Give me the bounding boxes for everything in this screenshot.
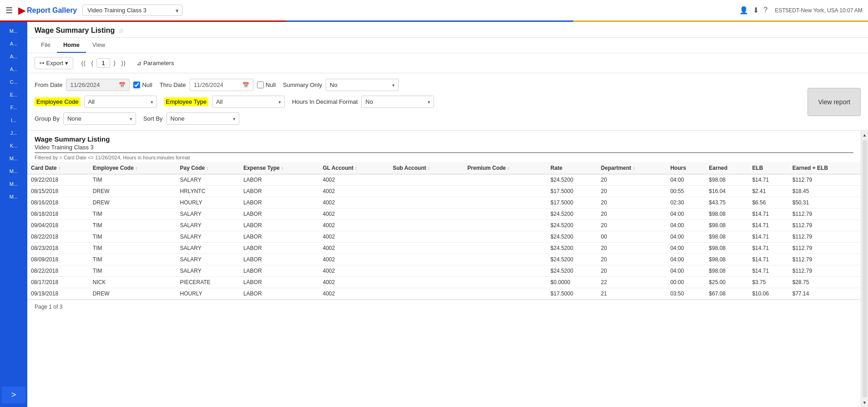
col-employee-code[interactable]: Employee Code ↕	[89, 162, 177, 174]
thru-date-input[interactable]: 11/26/2024 📅	[190, 79, 253, 91]
view-report-button[interactable]: View report	[807, 88, 861, 116]
sort-by-select-wrapper[interactable]: None	[167, 112, 239, 125]
table-cell: 04:00	[666, 265, 705, 277]
col-pay-code[interactable]: Pay Code ↕	[177, 162, 240, 174]
sidebar-item-2[interactable]: A...	[2, 51, 25, 62]
table-cell: $112.79	[789, 220, 861, 231]
download-icon[interactable]: ⬇	[753, 6, 759, 15]
employee-code-select[interactable]: All	[84, 96, 157, 108]
sidebar-item-13[interactable]: M...	[2, 191, 25, 202]
summary-only-select-wrapper[interactable]: No Yes	[326, 79, 399, 91]
sidebar-expand-button[interactable]: >	[2, 387, 25, 403]
user-icon[interactable]: 👤	[739, 6, 748, 15]
table-cell: HOURLY	[177, 288, 240, 300]
toolbar: ↦ Export ▾ ⟨⟨ ⟨ 1 ⟩ ⟩⟩ ⊿ Parameters	[27, 53, 868, 73]
sidebar-item-11[interactable]: M...	[2, 166, 25, 177]
sidebar-item-3[interactable]: A...	[2, 64, 25, 75]
sidebar-item-10[interactable]: M...	[2, 153, 25, 164]
table-cell: $98.08	[705, 209, 748, 220]
from-date-input[interactable]: 11/26/2024 📅	[66, 79, 130, 91]
tab-home[interactable]: Home	[57, 38, 86, 53]
tab-file[interactable]: File	[35, 38, 57, 53]
sidebar-item-7[interactable]: I...	[2, 115, 25, 126]
tab-view[interactable]: View	[86, 38, 111, 53]
scroll-down-icon[interactable]: ▼	[861, 398, 868, 407]
col-gl-account[interactable]: GL Account ↕	[319, 162, 389, 174]
sort-by-select[interactable]: None	[167, 112, 239, 125]
nav-first-button[interactable]: ⟨⟨	[79, 59, 88, 68]
table-cell: $10.06	[748, 288, 788, 300]
nav-next-button[interactable]: ⟩	[111, 59, 118, 68]
table-cell: $24.5200	[547, 231, 597, 243]
sidebar-item-8[interactable]: J...	[2, 127, 25, 138]
table-body: 09/22/2018TIMSALARYLABOR4002$24.52002004…	[27, 174, 861, 300]
col-expense-type[interactable]: Expense Type ↕	[240, 162, 319, 174]
employee-type-select-wrapper[interactable]: All	[212, 96, 285, 108]
col-sub-account[interactable]: Sub Account ↕	[389, 162, 464, 174]
table-cell: TIM	[89, 254, 177, 265]
sidebar-item-6[interactable]: F...	[2, 102, 25, 113]
parameters-button[interactable]: ⊿ Parameters	[131, 57, 179, 69]
thru-date-group: Thru Date 11/26/2024 📅 Null	[160, 79, 276, 91]
table-cell	[389, 220, 464, 231]
table-cell: 4002	[319, 254, 389, 265]
group-by-select[interactable]: None	[63, 112, 136, 125]
col-elb[interactable]: ELB	[748, 162, 788, 174]
table-cell	[464, 265, 547, 277]
top-bar-icons: 👤 ⬇ ?	[739, 6, 767, 15]
report-title-dropdown[interactable]: Video Training Class 3	[82, 5, 182, 16]
table-row: 08/15/2018DREWHRLYNTCLABOR4002$17.500020…	[27, 186, 861, 197]
report-scroll-area[interactable]: Wage Summary Listing Video Training Clas…	[27, 131, 861, 407]
hours-decimal-select[interactable]: No Yes	[361, 96, 434, 108]
sidebar-item-5[interactable]: E...	[2, 89, 25, 100]
sidebar-item-0[interactable]: M...	[2, 25, 25, 36]
table-cell: SALARY	[177, 220, 240, 231]
table-cell: 04:00	[666, 231, 705, 243]
employee-type-label: Employee Type	[164, 97, 208, 106]
col-rate[interactable]: Rate	[547, 162, 597, 174]
hamburger-menu[interactable]: ☰	[5, 5, 13, 15]
employee-code-select-wrapper[interactable]: All	[84, 96, 157, 108]
col-department[interactable]: Department ↕	[597, 162, 667, 174]
right-scrollbar[interactable]: ▲ ▼	[861, 131, 868, 407]
favorite-star-icon[interactable]: ☆	[118, 27, 124, 34]
report-dropdown-wrapper[interactable]: Video Training Class 3	[82, 5, 182, 16]
pagination-nav: ⟨⟨ ⟨ 1 ⟩ ⟩⟩	[79, 58, 128, 68]
thru-date-value: 11/26/2024	[194, 81, 223, 88]
group-by-select-wrapper[interactable]: None	[63, 112, 136, 125]
group-by-group: Group By None	[35, 112, 136, 125]
sidebar-item-9[interactable]: K...	[2, 140, 25, 151]
col-hours[interactable]: Hours	[666, 162, 705, 174]
table-cell	[464, 174, 547, 186]
table-cell: 00:00	[666, 277, 705, 288]
table-row: 08/23/2018TIMSALARYLABOR4002$24.52002004…	[27, 243, 861, 254]
table-cell: 20	[597, 254, 667, 265]
help-icon[interactable]: ?	[763, 6, 767, 15]
table-cell	[464, 243, 547, 254]
from-date-null-checkbox[interactable]	[133, 81, 140, 88]
col-premium-code[interactable]: Premium Code ↕	[464, 162, 547, 174]
logo-arrow-icon: ▶	[18, 5, 25, 16]
sidebar-item-1[interactable]: A...	[2, 38, 25, 49]
scroll-up-icon[interactable]: ▲	[861, 131, 868, 139]
sidebar-item-12[interactable]: M...	[2, 178, 25, 189]
summary-only-select[interactable]: No Yes	[326, 79, 399, 91]
col-earned-elb[interactable]: Earned + ELB	[789, 162, 861, 174]
table-cell: TIM	[89, 265, 177, 277]
thru-date-null-checkbox[interactable]	[257, 81, 264, 88]
nav-last-button[interactable]: ⟩⟩	[119, 59, 128, 68]
col-card-date[interactable]: Card Date ↕	[27, 162, 89, 174]
scroll-track[interactable]	[863, 140, 867, 397]
col-earned[interactable]: Earned	[705, 162, 748, 174]
employee-type-select[interactable]: All	[212, 96, 285, 108]
hours-decimal-select-wrapper[interactable]: No Yes	[361, 96, 434, 108]
export-button[interactable]: ↦ Export ▾	[35, 57, 73, 69]
page-number-input[interactable]: 1	[96, 58, 110, 68]
table-cell: $98.08	[705, 231, 748, 243]
nav-prev-button[interactable]: ⟨	[89, 59, 96, 68]
top-bar-right: 👤 ⬇ ? EST5EDT-New York, USA 10:07 AM	[739, 6, 863, 15]
table-cell: 02:30	[666, 197, 705, 209]
employee-code-group: Employee Code All	[35, 96, 157, 108]
sidebar-item-4[interactable]: C...	[2, 76, 25, 87]
table-cell: TIM	[89, 209, 177, 220]
